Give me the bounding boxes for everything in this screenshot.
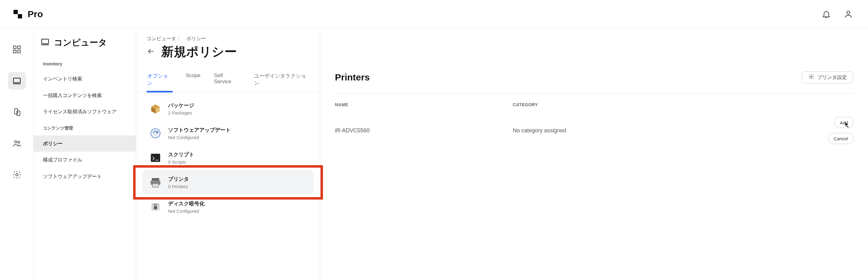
svg-point-8 [14, 141, 17, 143]
page-title: 新規ポリシー [161, 43, 237, 60]
breadcrumb-root[interactable]: コンピュータ： [147, 36, 181, 42]
brand: Pro [12, 8, 43, 20]
rail-computers[interactable] [8, 72, 26, 90]
row-category: No category assigned [513, 128, 810, 134]
svg-rect-4 [18, 50, 20, 53]
svg-rect-18 [154, 206, 157, 209]
cancel-button[interactable]: Cancel [829, 133, 853, 144]
terminal-icon [149, 151, 162, 164]
update-icon [149, 127, 162, 140]
option-title: ディスク暗号化 [168, 200, 205, 207]
table-row: iR-ADVC5560 No category assigned Add Can… [335, 113, 853, 148]
col-category: CATEGORY [513, 102, 810, 107]
rail-dashboard[interactable] [8, 40, 26, 58]
printer-icon [149, 176, 162, 189]
option-sub: Not Configured [168, 208, 205, 214]
option-sub: 0 Scripts [168, 159, 194, 165]
laptop-icon [40, 37, 50, 49]
svg-rect-11 [42, 39, 49, 44]
option-printers[interactable]: プリンタ 0 Printers [142, 170, 314, 195]
sidebar-item-licensed-software[interactable]: ライセンス取得済みソフトウェア [34, 104, 136, 120]
svg-rect-13 [151, 154, 160, 162]
main-content: Printers プリンタ設定 NAME CATEGORY iR-ADVC556… [320, 28, 868, 280]
option-title: スクリプト [168, 151, 194, 158]
option-sub: 2 Packages [168, 110, 194, 115]
option-list: パッケージ 2 Packages ソフトウェアアップデート Not Config… [136, 93, 320, 223]
sidebar-item-inventory-search[interactable]: インベントリ検索 [34, 71, 136, 87]
user-icon[interactable] [841, 7, 856, 22]
svg-rect-14 [152, 178, 159, 180]
cancel-button-label: Cancel [834, 136, 848, 141]
col-name: NAME [335, 102, 513, 107]
svg-point-10 [16, 173, 18, 176]
svg-point-9 [18, 141, 20, 143]
svg-point-12 [151, 129, 160, 138]
option-sub: Not Configured [168, 135, 231, 140]
sidebar-item-config-profiles[interactable]: 構成プロファイル [34, 152, 136, 168]
breadcrumb: コンピュータ： ポリシー [136, 36, 320, 43]
rail-settings[interactable] [8, 166, 26, 184]
tab-user-interaction[interactable]: ユーザインタラクション [253, 73, 309, 92]
option-disk-encryption[interactable]: ディスク暗号化 Not Configured [142, 195, 314, 219]
sidebar-section-content: コンテンツ管理 [34, 120, 136, 135]
svg-point-0 [847, 11, 850, 14]
sidebar-title: コンピュータ [34, 37, 136, 56]
package-icon [149, 102, 162, 115]
top-bar: Pro [0, 0, 868, 28]
nav-rail [0, 28, 34, 280]
brand-name: Pro [28, 9, 43, 19]
tab-scope[interactable]: Scope [185, 73, 201, 92]
gear-icon [808, 74, 814, 81]
disk-lock-icon [149, 200, 162, 214]
add-button-label: Add [840, 120, 848, 125]
bell-icon[interactable] [819, 7, 834, 22]
sidebar-item-vpp-search[interactable]: 一括購入コンテンツを検索 [34, 87, 136, 104]
svg-rect-1 [13, 46, 16, 49]
option-scripts[interactable]: スクリプト 0 Scripts [142, 145, 314, 170]
rail-users[interactable] [8, 135, 26, 152]
svg-rect-16 [152, 184, 159, 187]
option-title: パッケージ [168, 102, 194, 109]
back-arrow-icon[interactable] [147, 47, 155, 56]
tab-options[interactable]: オプション [147, 73, 173, 92]
svg-rect-5 [13, 78, 20, 83]
option-software-updates[interactable]: ソフトウェアアップデート Not Configured [142, 121, 314, 145]
main-heading: Printers [335, 72, 370, 83]
svg-rect-2 [18, 46, 20, 49]
table-header: NAME CATEGORY [335, 102, 853, 113]
svg-point-19 [811, 76, 812, 78]
row-name: iR-ADVC5560 [335, 128, 513, 134]
option-sub: 0 Printers [168, 184, 189, 189]
options-column: コンピュータ： ポリシー 新規ポリシー オプション Scope Self Ser… [136, 28, 320, 280]
option-title: ソフトウェアアップデート [168, 127, 231, 134]
sidebar-title-text: コンピュータ [54, 37, 107, 49]
option-title: プリンタ [168, 176, 189, 183]
sidebar-section-inventory: Inventory [34, 56, 136, 71]
sidebar-item-policies[interactable]: ポリシー [34, 135, 136, 152]
breadcrumb-leaf[interactable]: ポリシー [186, 36, 206, 42]
option-packages[interactable]: パッケージ 2 Packages [142, 96, 314, 121]
sidebar-item-software-updates[interactable]: ソフトウェアアップデート [34, 168, 136, 185]
printer-settings-button[interactable]: プリンタ設定 [802, 71, 853, 84]
sidebar: コンピュータ Inventory インベントリ検索 一括購入コンテンツを検索 ラ… [34, 28, 136, 280]
printer-settings-label: プリンタ設定 [817, 74, 847, 81]
brand-logo-icon [12, 8, 23, 20]
tab-self-service[interactable]: Self Service [213, 73, 241, 92]
tabs: オプション Scope Self Service ユーザインタラクション [136, 73, 320, 93]
svg-rect-3 [13, 50, 16, 53]
add-button[interactable]: Add [835, 117, 853, 128]
rail-devices[interactable] [8, 103, 26, 121]
